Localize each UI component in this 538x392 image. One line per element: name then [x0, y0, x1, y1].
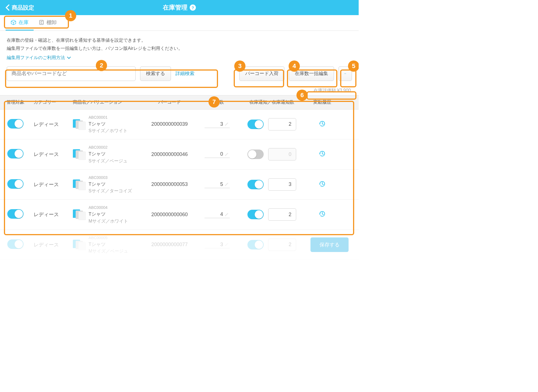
svg-point-3: [346, 73, 346, 74]
callout-2: 2: [96, 60, 107, 71]
callout-6: 6: [296, 90, 308, 101]
advanced-search-link[interactable]: 詳細検索: [175, 70, 194, 77]
callout-4: 4: [289, 60, 300, 72]
chevron-left-icon: [6, 4, 10, 11]
product-thumb: [73, 148, 85, 160]
history-icon: [319, 180, 326, 188]
product-text: ABC00002 Tシャツ Sサイズ／ベージュ: [89, 144, 127, 164]
tab-stock[interactable]: 在庫: [6, 15, 34, 31]
category-cell: レディース: [31, 181, 70, 188]
col-manage: 管理対象: [0, 99, 31, 105]
category-cell: レディース: [31, 211, 70, 218]
product-thumb: [73, 118, 85, 130]
notify-count-input: [268, 148, 296, 160]
save-button[interactable]: 保存する: [310, 237, 349, 252]
checklist-icon: [39, 20, 44, 25]
col-category: カテゴリー: [31, 99, 70, 105]
callout-1: 1: [65, 10, 76, 21]
barcode-cell: 2000000000060: [143, 212, 196, 218]
product-thumb: [73, 208, 85, 221]
barcode-cell: 2000000000039: [143, 121, 196, 127]
table-row: レディース ABC00002 Tシャツ Sサイズ／ベージュ 2000000000…: [0, 139, 359, 170]
edit-link-text: 編集用ファイルのご利用方法: [7, 55, 65, 61]
stock-value[interactable]: 5: [205, 181, 230, 188]
col-history: 変動履歴: [305, 99, 339, 105]
history-button[interactable]: [319, 180, 326, 188]
svg-point-2: [345, 73, 345, 74]
chevron-down-icon: [67, 56, 71, 59]
history-icon: [319, 120, 326, 127]
notify-toggle[interactable]: [247, 120, 264, 129]
col-barcode: バーコード: [143, 99, 196, 105]
tab-stock-label: 在庫: [18, 19, 29, 26]
help-icon[interactable]: ?: [190, 4, 196, 11]
history-button[interactable]: [319, 120, 326, 127]
pencil-icon: [225, 182, 229, 186]
stock-value[interactable]: 0: [205, 151, 230, 158]
product-text: ABC00003 Tシャツ Sサイズ／ターコイズ: [89, 175, 132, 195]
notify-count-input[interactable]: [268, 118, 296, 130]
callout-7: 7: [208, 96, 220, 108]
history-button[interactable]: [319, 210, 326, 218]
col-product: 商品名／バリエーション: [70, 99, 143, 105]
description-line-1: 在庫数の登録・確認と、在庫切れを通知する基準値を設定できます。: [7, 36, 352, 45]
product-text: ABC00004 Tシャツ Mサイズ／ホワイト: [89, 205, 128, 225]
manage-toggle[interactable]: [7, 209, 24, 219]
product-thumb: [73, 178, 85, 191]
tab-inventory-label: 棚卸: [47, 19, 57, 26]
back-button[interactable]: 商品設定: [6, 4, 34, 11]
pencil-icon: [225, 242, 229, 246]
manage-toggle[interactable]: [7, 239, 24, 249]
notify-toggle[interactable]: [247, 180, 264, 189]
manage-toggle[interactable]: [7, 149, 24, 158]
svg-rect-0: [40, 20, 43, 25]
barcode-receive-button[interactable]: バーコード入荷: [239, 66, 284, 81]
category-cell: レディース: [31, 151, 70, 158]
category-cell: レディース: [31, 241, 70, 248]
history-icon: [319, 210, 326, 218]
barcode-cell: 2000000000046: [143, 151, 196, 157]
col-notify: 在庫通知／在庫通知数: [238, 99, 305, 105]
manage-toggle[interactable]: [7, 119, 24, 129]
notify-count-input[interactable]: [268, 208, 296, 221]
title-text: 在庫管理: [163, 3, 187, 12]
category-cell: レディース: [31, 121, 70, 128]
history-icon: [319, 150, 326, 157]
edit-file-link[interactable]: 編集用ファイルのご利用方法: [7, 55, 71, 61]
notify-toggle[interactable]: [247, 150, 264, 159]
notify-toggle[interactable]: [247, 210, 264, 219]
table-row: レディース ABC00003 Tシャツ Sサイズ／ターコイズ 200000000…: [0, 170, 359, 200]
table-row: レディース ABC00004 Tシャツ Mサイズ／ホワイト 2000000000…: [0, 200, 359, 230]
page-title: 在庫管理 ?: [163, 3, 196, 12]
pencil-icon: [225, 213, 229, 216]
product-thumb: [73, 239, 85, 251]
product-text: ABC00005 Tシャツ Mサイズ／ベージュ: [89, 235, 128, 255]
product-text: ABC00001 Tシャツ Sサイズ／ホワイト: [89, 115, 127, 134]
stock-value[interactable]: 4: [205, 211, 230, 218]
barcode-cell: 2000000000077: [143, 242, 196, 248]
description-line-2: 編集用ファイルで在庫数を一括編集したい方は、パソコン版Airレジをご利用ください…: [7, 45, 352, 53]
notify-count-input[interactable]: [268, 239, 296, 251]
tab-inventory[interactable]: 棚卸: [34, 15, 62, 31]
pencil-icon: [225, 122, 229, 126]
notify-toggle[interactable]: [247, 240, 264, 249]
back-label: 商品設定: [12, 4, 34, 11]
callout-3: 3: [234, 60, 245, 72]
stock-value[interactable]: 3: [205, 121, 230, 128]
table-row: レディース ABC00001 Tシャツ Sサイズ／ホワイト 2000000000…: [0, 109, 359, 140]
callout-5: 5: [348, 60, 359, 72]
history-button[interactable]: [319, 150, 326, 157]
stock-value[interactable]: 3: [205, 241, 230, 248]
table-row: レディース ABC00005 Tシャツ Mサイズ／ベージュ 2000000000…: [0, 230, 359, 260]
notify-count-input[interactable]: [268, 178, 296, 191]
dots-icon: [344, 73, 346, 74]
box-icon: [11, 20, 16, 25]
svg-point-1: [344, 73, 345, 74]
search-input[interactable]: [7, 66, 136, 81]
barcode-cell: 2000000000053: [143, 181, 196, 187]
manage-toggle[interactable]: [7, 179, 24, 189]
pencil-icon: [225, 152, 229, 156]
search-button[interactable]: 検索する: [140, 66, 171, 81]
